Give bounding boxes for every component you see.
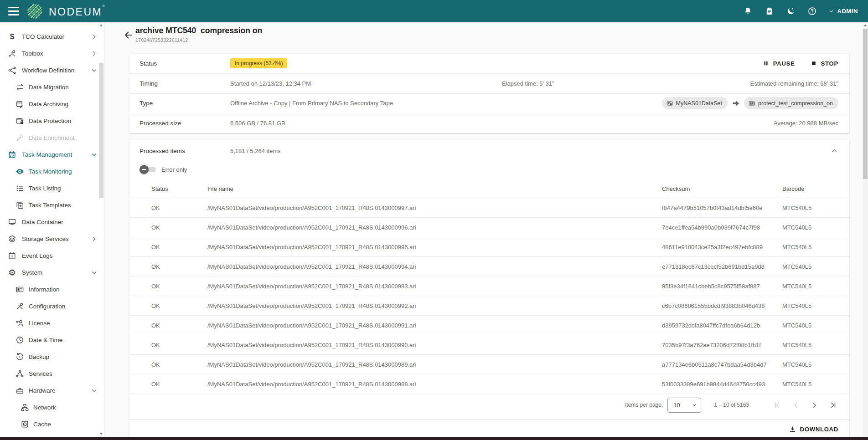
sidebar-item-cache[interactable]: Cache bbox=[0, 416, 104, 433]
sidebar-item-label: Task Management bbox=[22, 151, 72, 158]
admin-label: ADMIN bbox=[837, 8, 858, 15]
back-arrow-icon[interactable] bbox=[123, 30, 134, 41]
sidebar-item-information[interactable]: Information bbox=[0, 281, 104, 298]
task-report-icon[interactable] bbox=[765, 6, 774, 16]
cell-status: OK bbox=[151, 224, 207, 231]
calendar-icon bbox=[8, 150, 16, 159]
stop-button[interactable]: STOP bbox=[811, 60, 838, 67]
sidebar-item-network[interactable]: Network bbox=[0, 399, 104, 416]
sidebar-item-system[interactable]: ⚙System bbox=[0, 264, 104, 281]
last-page-icon[interactable] bbox=[829, 401, 837, 409]
sidebar-item-task-listing[interactable]: Task Listing bbox=[0, 180, 104, 197]
main-content: archive MTC540_compression on 1702467253… bbox=[104, 22, 868, 440]
page-header: archive MTC540_compression on 1702467253… bbox=[104, 22, 868, 54]
download-button[interactable]: DOWNLOAD bbox=[789, 426, 838, 433]
sidebar-item-workflow-definition[interactable]: Workflow Definition bbox=[0, 62, 104, 79]
cell-barcode: MTC540L5 bbox=[782, 244, 849, 251]
sidebar-item-date-time[interactable]: Date & Time bbox=[0, 332, 104, 348]
cell-checksum: 53f0033389e691b9844d4648750cc493 bbox=[662, 381, 782, 388]
sidebar-item-label: Data Protection bbox=[29, 118, 71, 124]
cell-status: OK bbox=[151, 283, 207, 290]
sidebar-item-label: Workflow Definition bbox=[22, 67, 74, 74]
sidebar-item-label: Task Listing bbox=[29, 185, 61, 192]
sidebar-item-hardware[interactable]: Hardware bbox=[0, 382, 104, 399]
paginator: Items per page: 10 1 – 10 of 5163 bbox=[129, 394, 849, 416]
sidebar-item-task-management[interactable]: Task Management bbox=[0, 146, 104, 163]
cell-barcode: MTC540L5 bbox=[782, 322, 849, 329]
scroll-up-icon[interactable] bbox=[98, 23, 104, 28]
table-row: OK/MyNAS01DataSet/video/production/A952C… bbox=[129, 316, 849, 335]
cell-status: OK bbox=[151, 263, 207, 270]
processed-size-label: Processed size bbox=[140, 120, 230, 127]
menu-icon[interactable] bbox=[8, 7, 19, 15]
cell-checksum: d3959732dcfa8047ffc7dfea6b64d12b bbox=[662, 322, 782, 329]
cell-status: OK bbox=[151, 322, 207, 329]
migrate-icon bbox=[16, 83, 24, 92]
services-icon bbox=[16, 369, 24, 378]
cell-barcode: MTC540L5 bbox=[782, 381, 849, 388]
items-per-page-select[interactable]: 10 bbox=[667, 398, 701, 413]
timing-value: Started on 12/13/23, 12:34 PM bbox=[230, 80, 502, 87]
scroll-up-icon[interactable] bbox=[863, 23, 868, 28]
wand-icon bbox=[16, 133, 24, 142]
table-header-row: Status File name Checksum Barcode bbox=[129, 180, 849, 198]
sidebar-item-license[interactable]: License bbox=[0, 315, 104, 332]
sidebar-item-data-protection[interactable]: Data Protection bbox=[0, 113, 104, 129]
processed-items-table: Status File name Checksum Barcode OK/MyN… bbox=[129, 180, 849, 394]
cell-file-name: /MyNAS01DataSet/video/production/A952C00… bbox=[207, 302, 662, 309]
id-card-icon bbox=[16, 285, 24, 294]
sidebar-item-backup[interactable]: Backup bbox=[0, 348, 104, 365]
calendar-alert-icon bbox=[8, 251, 16, 260]
source-chip[interactable]: MyNAS01DataSet bbox=[662, 97, 728, 109]
toolbox-icon bbox=[16, 386, 24, 395]
arrow-right-icon bbox=[731, 99, 740, 108]
table-row: OK/MyNAS01DataSet/video/production/A952C… bbox=[129, 335, 849, 355]
dark-mode-moon-icon[interactable] bbox=[786, 6, 796, 16]
nas-storage-icon bbox=[666, 100, 673, 107]
sidebar-item-storage-services[interactable]: Storage Services bbox=[0, 230, 104, 247]
sidebar-item-toolbox[interactable]: Toolbox bbox=[0, 45, 104, 62]
sidebar-item-data-archiving[interactable]: Data Archiving bbox=[0, 96, 104, 113]
scrollbar-thumb[interactable] bbox=[99, 63, 103, 198]
sidebar-item-task-monitoring[interactable]: Task Monitoring bbox=[0, 163, 104, 180]
cell-checksum: 7035b97f3a762ae73206d72f08b1fb1f bbox=[662, 342, 782, 348]
sidebar-item-label: Backup bbox=[29, 353, 49, 360]
sidebar-item-data-migration[interactable]: Data Migration bbox=[0, 79, 104, 96]
sidebar-item-label: Task Templates bbox=[29, 202, 71, 209]
col-header-checksum: Checksum bbox=[662, 185, 782, 192]
sidebar-item-configuration[interactable]: Configuration bbox=[0, 298, 104, 315]
scrollbar-thumb[interactable] bbox=[863, 29, 868, 179]
type-label: Type bbox=[140, 100, 230, 107]
next-page-icon[interactable] bbox=[810, 401, 819, 409]
key-person-icon bbox=[16, 319, 24, 327]
cell-checksum: 95f3e34f1641cbeb5c8c9575f58af887 bbox=[662, 283, 782, 290]
items-per-page-label: Items per page: bbox=[625, 402, 663, 408]
brand-wordmark: NODEUM® bbox=[49, 4, 105, 18]
sidebar-item-label: Toolbox bbox=[22, 50, 43, 57]
destination-chip[interactable]: protect_test_compression_on bbox=[744, 97, 838, 109]
bottom-edge-strip bbox=[0, 437, 868, 440]
table-body: OK/MyNAS01DataSet/video/production/A952C… bbox=[129, 198, 849, 394]
processed-size-value: 6.506 GB / 76.81 GB bbox=[230, 120, 285, 127]
workflow-icon bbox=[8, 66, 16, 75]
help-icon[interactable] bbox=[807, 6, 817, 16]
sidebar-item-services[interactable]: Services bbox=[0, 365, 104, 382]
pause-button[interactable]: PAUSE bbox=[763, 60, 795, 67]
sidebar-item-tco-calculator[interactable]: $TCO Calculator bbox=[0, 28, 104, 45]
main-scrollbar[interactable] bbox=[863, 22, 868, 440]
sidebar-item-task-templates[interactable]: Task Templates bbox=[0, 197, 104, 214]
sidebar-item-event-logs[interactable]: Event Logs bbox=[0, 247, 104, 264]
sidebar-scrollbar[interactable] bbox=[98, 22, 104, 440]
notifications-bell-icon[interactable] bbox=[743, 6, 753, 16]
collapse-chevron-up-icon[interactable] bbox=[830, 147, 838, 155]
error-only-toggle[interactable] bbox=[140, 164, 157, 174]
cell-barcode: MTC540L5 bbox=[782, 302, 849, 309]
sidebar-item-data-container[interactable]: Data Container bbox=[0, 214, 104, 230]
status-row: Status In progress (53.4%) PAUSE STOP bbox=[129, 54, 849, 74]
sidebar-item-label: Data Enrichment bbox=[29, 134, 75, 141]
sidebar-item-label: Network bbox=[33, 404, 56, 411]
sidebar-item-label: TCO Calculator bbox=[22, 33, 64, 40]
admin-user-menu[interactable]: ADMIN bbox=[829, 8, 858, 15]
scroll-down-icon[interactable] bbox=[98, 431, 104, 436]
drive-icon bbox=[21, 420, 29, 429]
